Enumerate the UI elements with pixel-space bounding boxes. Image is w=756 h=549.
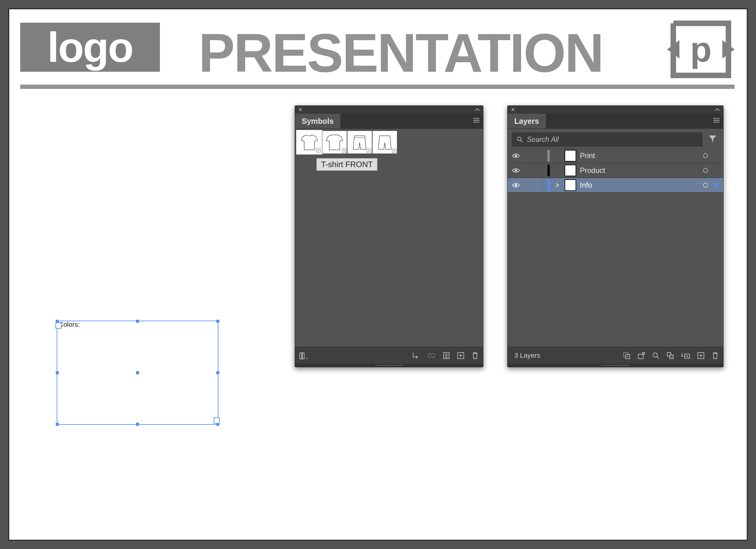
close-icon[interactable]: ✕ xyxy=(298,106,303,113)
layer-name[interactable]: Info xyxy=(580,181,697,189)
symbol-item[interactable]: + xyxy=(347,131,372,154)
layer-row[interactable]: Info xyxy=(508,178,723,192)
filter-icon[interactable] xyxy=(706,132,719,146)
dynamic-symbol-icon: + xyxy=(316,148,320,152)
new-symbol-icon[interactable] xyxy=(457,352,465,360)
tab-symbols[interactable]: Symbols xyxy=(295,114,340,128)
layer-row[interactable]: Product xyxy=(508,163,723,178)
svg-point-32 xyxy=(653,353,657,357)
layer-thumbnail xyxy=(565,179,576,191)
svg-rect-8 xyxy=(302,353,304,359)
tab-layers[interactable]: Layers xyxy=(508,114,546,128)
panel-grip[interactable] xyxy=(508,364,723,367)
visibility-icon[interactable] xyxy=(511,153,521,159)
handle-mid-right[interactable] xyxy=(216,371,220,375)
handle-top-mid[interactable] xyxy=(136,320,139,323)
symbols-footer xyxy=(295,347,483,364)
layer-color xyxy=(547,165,550,176)
svg-rect-35 xyxy=(670,355,673,359)
trash-icon[interactable] xyxy=(471,352,479,360)
layer-target[interactable] xyxy=(701,153,710,158)
locate-object-icon[interactable] xyxy=(652,352,660,359)
new-sublayer-icon[interactable] xyxy=(681,352,690,359)
layers-search[interactable] xyxy=(512,132,702,146)
layers-list: Print Product xyxy=(508,148,723,192)
new-layer-icon[interactable] xyxy=(697,352,705,360)
handle-center[interactable] xyxy=(136,371,139,375)
panel-grip[interactable] xyxy=(295,364,483,367)
layer-target[interactable] xyxy=(701,168,710,173)
svg-point-25 xyxy=(515,169,517,172)
svg-point-23 xyxy=(515,154,517,157)
symbol-libraries-icon[interactable] xyxy=(299,352,308,360)
export-icon[interactable] xyxy=(637,352,645,360)
svg-point-21 xyxy=(517,137,521,141)
search-input[interactable] xyxy=(527,135,698,144)
header-divider xyxy=(20,85,735,89)
trash-icon[interactable] xyxy=(712,352,719,360)
selection-label: Colors: xyxy=(59,321,80,329)
text-anchor-tl[interactable] xyxy=(55,323,62,329)
layer-color xyxy=(547,150,550,161)
page-title: PRESENTATION xyxy=(198,21,603,84)
layers-count: 3 Layers xyxy=(512,352,540,360)
visibility-icon[interactable] xyxy=(511,167,521,173)
symbol-item[interactable]: + xyxy=(322,131,347,154)
svg-point-27 xyxy=(515,184,517,186)
selection-box[interactable]: Colors: xyxy=(57,321,218,425)
break-link-icon[interactable] xyxy=(427,353,436,359)
svg-rect-7 xyxy=(300,353,302,359)
svg-line-22 xyxy=(521,140,523,142)
svg-point-24 xyxy=(703,153,708,158)
symbol-item[interactable]: + xyxy=(297,131,322,154)
dynamic-symbol-icon: + xyxy=(392,149,396,153)
layer-color xyxy=(547,179,550,191)
symbol-item[interactable]: + xyxy=(372,131,397,154)
handle-bottom-left[interactable] xyxy=(55,422,59,426)
logo-text: logo xyxy=(47,23,133,72)
panel-layers[interactable]: ✕ Layers xyxy=(507,105,724,367)
layer-name[interactable]: Print xyxy=(580,151,697,160)
svg-point-9 xyxy=(306,358,308,359)
handle-bottom-mid[interactable] xyxy=(136,422,139,426)
layer-target[interactable] xyxy=(701,182,710,188)
panel-layers-header[interactable]: ✕ xyxy=(508,106,723,114)
handle-mid-left[interactable] xyxy=(55,371,59,375)
svg-point-26 xyxy=(703,168,708,172)
dynamic-symbol-icon: + xyxy=(367,149,371,153)
panel-symbols[interactable]: ✕ Symbols + + xyxy=(295,105,483,367)
symbol-options-icon[interactable] xyxy=(443,352,450,360)
layers-search-row xyxy=(512,132,719,146)
panel-tabbar: Layers xyxy=(508,114,723,128)
tab-layers-label: Layers xyxy=(514,117,539,126)
chevron-right-icon[interactable] xyxy=(554,182,561,188)
brand-badge: p xyxy=(667,20,735,78)
layer-row[interactable]: Print xyxy=(508,148,723,163)
layers-footer: 3 Layers xyxy=(508,347,723,364)
place-symbol-icon[interactable] xyxy=(412,352,420,360)
make-clipping-mask-icon[interactable] xyxy=(623,352,631,360)
layer-thumbnail xyxy=(565,165,576,176)
text-anchor-br[interactable] xyxy=(214,418,220,424)
panel-tabbar: Symbols xyxy=(295,114,483,128)
panel-menu-icon[interactable] xyxy=(472,117,481,125)
panel-symbols-header[interactable]: ✕ xyxy=(295,106,483,114)
collect-layer-icon[interactable] xyxy=(666,352,674,360)
layer-name[interactable]: Product xyxy=(580,166,697,175)
symbols-body: + + + + T-shirt FRONT xyxy=(295,128,483,347)
tab-symbols-label: Symbols xyxy=(302,117,334,126)
symbol-tooltip: T-shirt FRONT xyxy=(316,158,377,171)
layer-thumbnail xyxy=(565,150,576,161)
search-icon xyxy=(516,136,523,143)
collapse-icon[interactable] xyxy=(715,108,720,111)
dynamic-symbol-icon: + xyxy=(342,149,346,153)
svg-point-28 xyxy=(703,183,708,187)
svg-text:p: p xyxy=(690,30,712,69)
collapse-icon[interactable] xyxy=(474,108,480,111)
panel-menu-icon[interactable] xyxy=(712,117,721,125)
symbols-row: + + + + xyxy=(297,131,397,154)
selection-indicator xyxy=(713,183,720,187)
close-icon[interactable]: ✕ xyxy=(511,106,515,113)
handle-top-right[interactable] xyxy=(216,320,220,323)
visibility-icon[interactable] xyxy=(511,182,521,188)
